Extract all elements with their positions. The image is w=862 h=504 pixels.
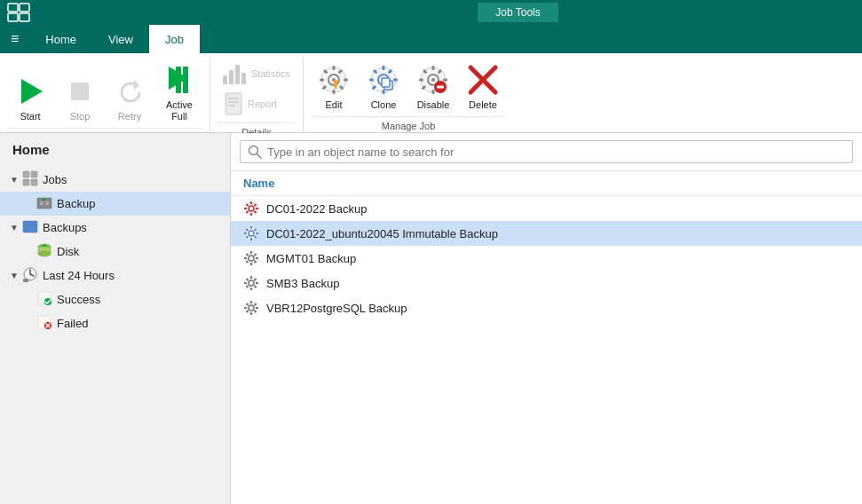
disk-icon bbox=[36, 242, 53, 261]
stop-button[interactable]: Stop bbox=[57, 72, 103, 124]
item-gear-icon bbox=[243, 300, 259, 316]
menu-job[interactable]: Job bbox=[149, 25, 200, 53]
svg-rect-43 bbox=[432, 66, 435, 70]
svg-rect-114 bbox=[244, 282, 247, 284]
item4-label: SMB3 Backup bbox=[266, 277, 339, 290]
svg-rect-45 bbox=[419, 79, 423, 82]
list-item[interactable]: SMB3 Backup bbox=[231, 271, 862, 295]
delete-button[interactable]: Delete bbox=[460, 60, 506, 113]
svg-rect-123 bbox=[250, 312, 252, 315]
list-item[interactable]: DC01-2022 Backup bbox=[231, 196, 862, 221]
svg-rect-62 bbox=[23, 221, 37, 232]
svg-rect-31 bbox=[383, 90, 385, 94]
active-full-button[interactable]: ActiveFull bbox=[156, 60, 202, 124]
tree-item-backups[interactable]: ▼ Backups bbox=[0, 216, 230, 240]
report-icon bbox=[223, 91, 244, 116]
svg-rect-55 bbox=[23, 171, 29, 177]
svg-rect-83 bbox=[250, 213, 252, 216]
jobs-label: Jobs bbox=[43, 173, 67, 186]
svg-rect-32 bbox=[369, 79, 374, 82]
last24-label: Last 24 Hours bbox=[43, 269, 115, 282]
svg-point-66 bbox=[38, 251, 51, 256]
item-gear-icon bbox=[243, 225, 259, 241]
svg-rect-0 bbox=[8, 4, 18, 12]
disable-icon bbox=[415, 62, 451, 98]
svg-rect-33 bbox=[393, 79, 398, 82]
disable-label: Disable bbox=[417, 99, 450, 111]
edit-button[interactable]: Edit bbox=[311, 60, 357, 113]
svg-rect-104 bbox=[244, 257, 247, 259]
report-button[interactable]: Report bbox=[217, 89, 296, 119]
svg-rect-71 bbox=[23, 279, 28, 282]
svg-rect-95 bbox=[256, 232, 258, 234]
backups-label: Backups bbox=[43, 221, 87, 234]
list-item[interactable]: VBR12PostgreSQL Backup bbox=[231, 295, 862, 320]
list-item[interactable]: MGMT01 Backup bbox=[231, 246, 862, 271]
item5-label: VBR12PostgreSQL Backup bbox=[266, 302, 407, 315]
svg-rect-10 bbox=[225, 93, 241, 114]
report-label: Report bbox=[248, 98, 277, 109]
disable-button[interactable]: Disable bbox=[410, 60, 456, 113]
backups-expand-icon: ▼ bbox=[7, 223, 21, 232]
app-logo-icon bbox=[7, 3, 32, 22]
item-gear-icon bbox=[243, 250, 259, 266]
svg-rect-102 bbox=[250, 251, 252, 254]
backup-icon bbox=[36, 194, 53, 213]
active-full-label: ActiveFull bbox=[166, 99, 193, 122]
ribbon-details-buttons: Statistics Report bbox=[217, 60, 296, 119]
failed-icon bbox=[36, 314, 53, 333]
menu-home[interactable]: Home bbox=[29, 25, 92, 53]
tree-item-disk[interactable]: Disk bbox=[0, 240, 230, 264]
statistics-label: Statistics bbox=[251, 68, 290, 79]
retry-label: Retry bbox=[118, 111, 141, 122]
ribbon-job-control-buttons: Start Stop Retry bbox=[7, 60, 202, 124]
search-icon bbox=[248, 145, 262, 159]
svg-rect-56 bbox=[31, 171, 37, 177]
statistics-button[interactable]: Statistics bbox=[217, 60, 296, 87]
svg-rect-9 bbox=[183, 67, 188, 93]
menu-view[interactable]: View bbox=[92, 25, 149, 53]
delete-icon bbox=[465, 62, 501, 98]
hamburger-menu[interactable]: ≡ bbox=[0, 25, 29, 53]
tree-item-last24[interactable]: ▼ Last 24 Hours bbox=[0, 264, 230, 287]
jobs-icon bbox=[21, 170, 39, 189]
start-button[interactable]: Start bbox=[7, 72, 53, 124]
search-input-wrap[interactable] bbox=[240, 140, 853, 163]
clone-label: Clone bbox=[371, 99, 397, 111]
svg-rect-20 bbox=[344, 79, 348, 82]
clone-button[interactable]: Clone bbox=[360, 60, 407, 113]
success-label: Success bbox=[57, 293, 100, 306]
svg-rect-1 bbox=[20, 4, 29, 12]
svg-rect-85 bbox=[256, 208, 258, 209]
title-tab-label: Job Tools bbox=[478, 3, 558, 22]
search-input[interactable] bbox=[267, 146, 845, 159]
svg-rect-93 bbox=[250, 238, 252, 240]
start-icon bbox=[12, 74, 48, 109]
active-full-icon bbox=[162, 62, 197, 98]
item-gear-icon bbox=[243, 201, 259, 217]
svg-rect-46 bbox=[443, 79, 447, 82]
menu-bar: ≡ Home View Job bbox=[0, 25, 862, 53]
svg-rect-17 bbox=[333, 66, 336, 70]
svg-rect-122 bbox=[250, 301, 252, 303]
list-item[interactable]: DC01-2022_ubuntu20045 Immutable Backup bbox=[231, 221, 862, 246]
tree-item-backup[interactable]: Backup bbox=[0, 192, 230, 216]
delete-label: Delete bbox=[469, 99, 497, 111]
tree-item-failed[interactable]: Failed bbox=[0, 311, 230, 335]
svg-rect-92 bbox=[250, 226, 252, 229]
list-header: Name bbox=[231, 171, 862, 196]
svg-rect-57 bbox=[23, 179, 29, 185]
tree-item-success[interactable]: Success bbox=[0, 287, 230, 311]
retry-button[interactable]: Retry bbox=[107, 72, 153, 124]
svg-rect-44 bbox=[432, 90, 435, 94]
ribbon: Start Stop Retry bbox=[0, 53, 862, 133]
svg-rect-125 bbox=[256, 307, 258, 309]
tree-item-jobs[interactable]: ▼ Jobs bbox=[0, 168, 230, 192]
svg-point-42 bbox=[431, 78, 435, 82]
last24-expand-icon: ▼ bbox=[7, 271, 21, 280]
list-items: DC01-2022 Backup bbox=[231, 196, 862, 504]
ribbon-manage-buttons: Edit bbox=[311, 60, 506, 113]
start-label: Start bbox=[20, 111, 40, 122]
svg-rect-39 bbox=[382, 78, 390, 87]
edit-label: Edit bbox=[326, 99, 343, 111]
